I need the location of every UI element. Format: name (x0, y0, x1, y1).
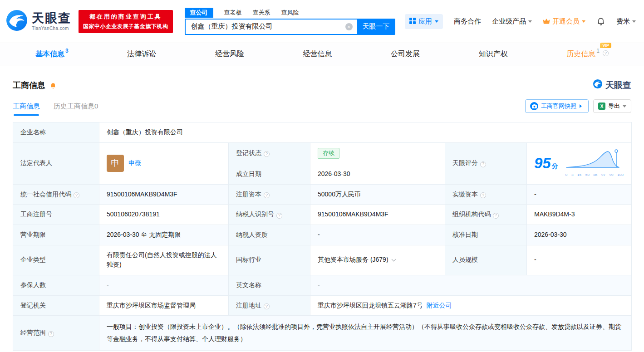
help-icon[interactable]: ? (276, 213, 282, 219)
vip-label: 开通会员 (552, 17, 580, 26)
reg-capital-value: 50000万人民币 (310, 184, 445, 205)
reg-authority-value: 重庆市沙坪坝区市场监督管理局 (99, 295, 229, 316)
field-label: 营业期限 (13, 225, 99, 245)
tab-operating-info[interactable]: 经营信息 (303, 49, 332, 59)
score-number: 95分 (534, 156, 558, 171)
subscribe-bell-icon[interactable] (49, 82, 57, 89)
score-value: 95分 031550859799100 (527, 142, 632, 184)
camera-icon (530, 102, 538, 110)
top-header: 天眼查 TianYanCha.com 都在用的商业查询工具 国家中小企业发展子基… (0, 0, 644, 43)
menu-item-enterprise-products[interactable]: 企业级产品 (492, 17, 532, 26)
bell-icon (596, 16, 605, 27)
insured-count-value: - (99, 275, 229, 295)
reg-number-value: 500106020738191 (99, 205, 229, 225)
row-company-name: 企业名称 创鑫（重庆）投资有限公司 (13, 122, 632, 143)
tab-operating-risk[interactable]: 经营风险 (215, 49, 244, 59)
company-nav-tabs: 基本信息 3 法律诉讼 经营风险 经营信息 公司发展 知识产权 VIP 历史信息… (0, 43, 644, 65)
tab-count: 3 (65, 48, 69, 54)
clear-search-icon[interactable]: × (345, 23, 353, 30)
search-tab-relation[interactable]: 查关系 (253, 9, 270, 17)
english-name-value: - (310, 275, 632, 295)
user-account-menu[interactable]: 费米 (616, 17, 636, 26)
apps-menu[interactable]: 应用 (405, 14, 443, 29)
taxpayer-id-value: 91500106MAKB9D4M3F (310, 205, 445, 225)
tab-label: 历史信息 (566, 49, 595, 59)
field-label: 核准日期 (445, 225, 527, 245)
vip-badge: VIP (600, 43, 611, 48)
search-input-wrap: × (185, 19, 357, 35)
menu-item-business-cooperation[interactable]: 商务合作 (454, 17, 481, 26)
promo-banner-line2: 国家中小企业发展子基金旗下机构 (83, 23, 168, 30)
field-label: 纳税人资质 (229, 225, 310, 245)
tab-label: 公司发展 (391, 49, 420, 59)
section-header: 工商信息 天眼查 (0, 65, 644, 93)
search-tabs: 查公司 查老板 查关系 查风险 (185, 8, 395, 17)
section-actions: 工商官网快照 X 导出 (525, 99, 631, 116)
help-icon[interactable]: ? (264, 151, 270, 157)
nearby-companies-link[interactable]: 附近公司 (427, 302, 452, 309)
row-insured-count: 参保人数 - 英文名称 - (13, 275, 632, 295)
search-input[interactable] (185, 19, 357, 35)
field-label: 组织机构代码? (445, 205, 527, 225)
help-icon[interactable]: ? (264, 192, 270, 198)
tab-basic-info[interactable]: 基本信息 3 (35, 49, 69, 59)
help-icon[interactable]: ? (480, 161, 486, 167)
help-icon[interactable]: ? (48, 331, 54, 337)
export-button[interactable]: X 导出 (593, 99, 631, 113)
search-block: 查公司 查老板 查关系 查风险 × 天眼一下 (185, 8, 395, 35)
apps-grid-icon (409, 18, 416, 25)
help-icon[interactable]: ? (264, 303, 270, 309)
username: 费米 (616, 17, 630, 26)
industry-value: 其他资本市场服务 (J679) (310, 245, 445, 275)
tab-history-info[interactable]: VIP 历史信息 1 ? (566, 49, 609, 59)
help-icon[interactable]: ? (480, 192, 486, 198)
search-button[interactable]: 天眼一下 (357, 19, 395, 35)
arrow-right-icon (580, 104, 584, 108)
field-label: 英文名称 (229, 275, 310, 295)
staff-size-value: - (527, 245, 632, 275)
search-tab-risk[interactable]: 查风险 (281, 9, 299, 17)
tab-legal-proceedings[interactable]: 法律诉讼 (127, 49, 156, 59)
row-business-scope: 经营范围? 一般项目：创业投资（限投资未上市企业）。（除依法须经批准的项目外，凭… (13, 316, 632, 350)
brand-name: 天眼查 (32, 12, 71, 24)
field-label: 登记机关 (13, 295, 99, 316)
section-watermark-logo: 天眼查 (593, 79, 631, 91)
tab-company-development[interactable]: 公司发展 (391, 49, 420, 59)
field-label: 天眼评分? (445, 142, 527, 184)
tab-intellectual-property[interactable]: 知识产权 (479, 49, 508, 59)
business-term-value: 2026-03-30 至 无固定期限 (99, 225, 229, 245)
subtab-history-business-info[interactable]: 历史工商信息0 (54, 102, 98, 116)
help-icon[interactable]: ? (603, 50, 609, 56)
business-scope-value: 一般项目：创业投资（限投资未上市企业）。（除依法须经批准的项目外，凭营业执照依法… (99, 316, 632, 350)
chevron-down-icon[interactable] (391, 257, 396, 262)
notifications-button[interactable] (596, 16, 605, 27)
help-icon[interactable]: ? (74, 192, 79, 198)
score-distribution-chart: 031550859799100 (565, 149, 624, 178)
tab-count: 1 (596, 48, 600, 54)
field-label: 人员规模 (445, 245, 527, 275)
subtab-business-info[interactable]: 工商信息 (13, 102, 40, 116)
legal-rep-avatar[interactable]: 申 (107, 155, 124, 172)
row-company-type: 企业类型 有限责任公司(自然人投资或控股的法人独资) 国标行业 其他资本市场服务… (13, 245, 632, 275)
row-legal-rep: 法定代表人 申 申薇 登记状态? 存续 天眼评分? 95分 (13, 142, 632, 164)
chevron-down-icon (528, 20, 532, 24)
field-label: 参保人数 (13, 275, 99, 295)
chevron-down-icon (623, 105, 626, 109)
help-icon[interactable]: ? (493, 213, 499, 219)
company-type-value: 有限责任公司(自然人投资或控股的法人独资) (99, 245, 229, 275)
brand-domain: TianYanCha.com (32, 26, 71, 31)
search-tab-company[interactable]: 查公司 (185, 8, 213, 18)
paid-capital-value: - (527, 184, 632, 205)
legal-rep-link[interactable]: 申薇 (128, 158, 141, 168)
field-label: 登记状态? (229, 142, 310, 164)
menu-label: 商务合作 (454, 17, 481, 26)
chevron-down-icon (435, 20, 438, 24)
status-badge: 存续 (318, 148, 339, 159)
field-label: 工商注册号 (13, 205, 99, 225)
row-reg-authority: 登记机关 重庆市沙坪坝区市场监督管理局 注册地址? 重庆市沙坪坝区回龙坝镇五云湖… (13, 295, 632, 316)
search-tab-boss[interactable]: 查老板 (224, 9, 242, 17)
open-membership-link[interactable]: 开通会员 (543, 17, 585, 26)
official-snapshot-button[interactable]: 工商官网快照 (525, 99, 589, 113)
credit-code-value: 91500106MAKB9D4M3F (99, 184, 229, 205)
tianyancha-logo[interactable]: 天眼查 TianYanCha.com (5, 9, 71, 34)
